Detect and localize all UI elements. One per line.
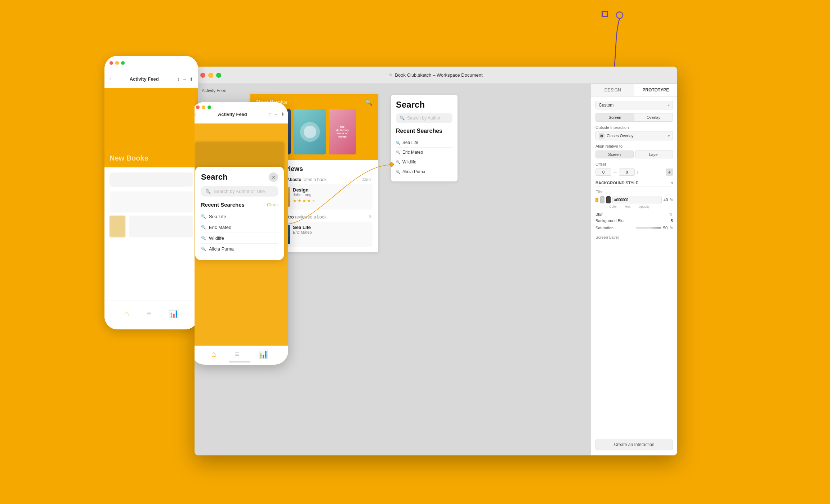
color-label: Color [609,205,617,208]
search-panel-title: Search [396,100,452,110]
align-btns: Screen Layer [595,150,673,158]
back-icon[interactable]: ‹ [195,111,196,117]
proto-tabs: DESIGN PROTOTYPE [591,84,677,96]
offset-label: Offset [595,162,673,166]
conn-dot [389,162,394,167]
delete-blur-icon[interactable]: 🗑 [669,212,673,216]
screen-align-btn[interactable]: Screen [595,150,634,158]
add-offset-btn[interactable]: + [666,168,673,176]
outside-interaction-field[interactable]: ⊠ Closes Overlay ▾ [595,131,673,140]
close-search-btn[interactable]: ✕ [269,172,278,182]
review-book-info-1: Design John Long ★ ★ ★ ★ ★ [293,187,316,207]
opacity-label: Opacity [639,205,650,208]
fill-color-swatch-light[interactable] [600,196,604,203]
search-item-1[interactable]: 🔍 Sea Life [201,211,278,222]
create-interaction-area: Create an Interaction [591,436,677,455]
offset-row: ↔ ↕ + [595,168,673,176]
sp-text-4: Alicia Puma [402,169,425,174]
sp-icon-2: 🔍 [396,150,400,154]
design-tab[interactable]: DESIGN [591,84,634,96]
hex-label: Hex [625,205,631,208]
window-title: ✎ Book Club.sketch – Workspace Document [389,72,482,78]
fill-checkbox[interactable]: ✓ [595,198,598,202]
fill-opacity-value: 40 [664,198,668,202]
search-item-text-2: Eric Mateo [209,225,231,230]
phone-tab-title: Activity Feed [198,112,267,117]
fill-color-swatch-dark[interactable] [606,196,611,203]
outside-interaction-chevron: ▾ [668,134,670,138]
search-item-3[interactable]: 🔍 Wildlife [201,233,278,244]
maximize-dot[interactable] [216,73,221,78]
bg-blur-label: Background Blur [595,219,625,223]
blur-row: Blur 🗑 [595,212,673,216]
phone-action-3[interactable]: ⬆ [281,112,285,117]
search-item-4[interactable]: 🔍 Alicia Puma [201,244,278,254]
search-item-2[interactable]: 🔍 Eric Mateo [201,222,278,233]
canvas-area: Activity Feed New Books HIDDEN TREASURES… [195,84,591,455]
trigger-row[interactable]: Custom ▾ [595,101,673,109]
nav-library-icon[interactable]: ≡ [235,350,240,359]
phone-action-1[interactable]: ↕ [269,112,271,117]
trigger-type: Custom [599,103,613,108]
sp-text-2: Eric Mateo [402,150,423,155]
fill-hex-input[interactable] [612,197,662,203]
offset-y-input[interactable] [619,168,635,176]
sketch-titlebar: ✎ Book Club.sketch – Workspace Document [195,67,677,84]
saturation-value: 50 [663,226,668,230]
search-icon-header[interactable]: 🔍 [365,99,372,106]
phone-dot-red [196,105,200,109]
screen-overlay-btns: Screen Overlay [595,113,673,122]
search-item-text-1: Sea Life [209,214,226,219]
sp-item-4[interactable]: 🔍 Alicia Puma [396,167,452,176]
layer-align-btn[interactable]: Layer [635,150,673,158]
fill-col-labels: Color Hex Opacity [595,205,673,208]
offset-x-input[interactable] [595,168,611,176]
sp-icon-4: 🔍 [396,170,400,174]
sp-item-2[interactable]: 🔍 Eric Mateo [396,148,452,157]
prototype-tab[interactable]: PROTOTYPE [634,84,678,96]
search-item-text-3: Wildlife [209,235,224,241]
search-icon-2: 🔍 [201,225,206,230]
sp-icon-1: 🔍 [396,141,400,145]
sp-item-1[interactable]: 🔍 Sea Life [396,138,452,148]
search-overlay-header: Search ✕ [201,172,278,182]
align-relative-label: Align relative to [595,144,673,148]
search-panel-icon: 🔍 [400,116,405,121]
recent-searches-title: Recent Searches [201,202,245,208]
nav-home-icon[interactable]: ⌂ [211,350,216,359]
search-input-row[interactable]: 🔍 Search by Author or Title [201,186,278,197]
phone-action-2[interactable]: → [274,112,278,117]
search-input-placeholder: Search by Author or Title [214,189,265,194]
bg-style-toggle[interactable]: ▾ [671,181,673,185]
create-interaction-btn[interactable]: Create an Interaction [595,439,673,450]
search-panel: Search 🔍 Search by Author Recent Searche… [391,95,458,181]
sp-text-1: Sea Life [402,140,418,145]
canvas-wrapper: Activity Feed New Books HIDDEN TREASURES… [195,84,591,455]
search-panel-placeholder: Search by Author [407,116,440,121]
fills-label: Fills [595,190,673,194]
saturation-slider[interactable] [636,227,661,229]
search-item-text-4: Alicia Puma [209,246,234,252]
sketch-window: ✎ Book Club.sketch – Workspace Document … [195,67,677,455]
offset-updown-icon: ↕ [636,170,639,175]
sp-item-3[interactable]: 🔍 Wildlife [396,157,452,167]
offset-arrows-icon: ↔ [613,170,617,175]
phone-dots-toolbar [195,102,288,111]
sketch-body: Activity Feed New Books HIDDEN TREASURES… [195,84,677,455]
close-dot[interactable] [200,73,205,78]
phone-dot-green [208,105,211,109]
overlay-btn[interactable]: Overlay [634,113,673,122]
minimize-dot[interactable] [208,73,213,78]
screen-btn[interactable]: Screen [595,113,634,122]
search-input-icon: 🔍 [205,189,211,194]
nav-stats-icon[interactable]: 📊 [258,350,268,359]
saturation-percent: % [670,226,673,230]
bg-style-section: BACKGROUND STYLE ▾ [595,181,673,187]
clear-btn[interactable]: Clear [267,202,278,207]
phone-toolbar: ‹ Activity Feed ↕ → ⬆ [195,111,288,120]
fills-row: ✓ 40 % [595,196,673,203]
book-title-2: Sea Life [293,225,312,230]
search-panel-input[interactable]: 🔍 Search by Author [396,113,452,123]
bg-blur-row: Background Blur 5 [595,219,673,223]
phone-toolbar-actions: ↕ → ⬆ [269,112,285,117]
